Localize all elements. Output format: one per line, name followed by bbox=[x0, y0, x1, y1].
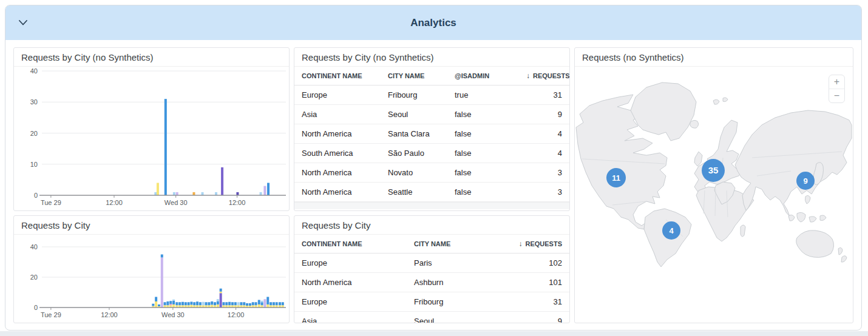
column-header-continent[interactable]: CONTINENT NAME bbox=[294, 67, 381, 86]
svg-text:40: 40 bbox=[30, 67, 38, 75]
requests-table: CONTINENT NAME CITY NAME ↓REQUESTS Europ… bbox=[294, 235, 569, 323]
column-header-city[interactable]: CITY NAME bbox=[407, 235, 498, 254]
table-row[interactable]: Asia Seoul false 9 bbox=[294, 105, 569, 124]
chevron-down-icon[interactable] bbox=[16, 16, 30, 30]
column-header-requests-sorted[interactable]: ↓REQUESTS bbox=[498, 235, 569, 254]
svg-text:0: 0 bbox=[34, 192, 38, 199]
svg-text:Tue 29: Tue 29 bbox=[41, 311, 61, 318]
table-row[interactable]: Europe Fribourg 31 bbox=[294, 292, 569, 312]
requests-table-no-synthetics: CONTINENT NAME CITY NAME @ISADMIN ↓REQUE… bbox=[294, 67, 569, 202]
svg-text:10: 10 bbox=[30, 161, 38, 168]
svg-text:Wed 30: Wed 30 bbox=[164, 199, 188, 206]
page-title: Analytics bbox=[5, 17, 861, 29]
dashboard-grid: Requests by City (no Synthetics) 0102030… bbox=[5, 40, 861, 331]
table-row[interactable]: South America São Paulo false 4 bbox=[294, 144, 569, 163]
map-bubble[interactable]: 4 bbox=[662, 221, 680, 240]
table-scroll-hint bbox=[294, 202, 569, 209]
panel-chart-requests-by-city-no-synthetics: Requests by City (no Synthetics) 0102030… bbox=[13, 47, 290, 211]
world-map-canvas[interactable]: 113594 bbox=[575, 67, 853, 321]
svg-text:12:00: 12:00 bbox=[229, 199, 246, 206]
svg-text:11: 11 bbox=[612, 173, 620, 183]
map-bubble[interactable]: 9 bbox=[796, 172, 815, 190]
svg-text:0: 0 bbox=[34, 304, 38, 311]
svg-text:35: 35 bbox=[708, 165, 719, 175]
table-header-row: CONTINENT NAME CITY NAME @ISADMIN ↓REQUE… bbox=[294, 67, 569, 86]
table-row[interactable]: North America Novato false 3 bbox=[294, 163, 569, 183]
table-row[interactable]: North America Seattle false 3 bbox=[294, 183, 569, 202]
svg-text:30: 30 bbox=[30, 98, 38, 106]
panel-chart-requests-by-city: Requests by City 02040Tue 2912:00Wed 301… bbox=[13, 215, 290, 323]
panel-title: Requests by City bbox=[14, 216, 289, 235]
svg-text:Tue 29: Tue 29 bbox=[41, 199, 61, 206]
zoom-in-button[interactable]: + bbox=[829, 75, 844, 89]
svg-text:Wed 30: Wed 30 bbox=[161, 311, 185, 318]
panel-title: Requests by City (no Synthetics) bbox=[14, 48, 289, 67]
world-map[interactable]: + − bbox=[575, 67, 853, 321]
sort-desc-icon: ↓ bbox=[526, 72, 530, 80]
panel-table-requests-by-city-no-synthetics: Requests by City (no Synthetics) CONTINE… bbox=[294, 47, 570, 211]
panel-title: Requests by City (no Synthetics) bbox=[294, 48, 569, 67]
svg-text:4: 4 bbox=[669, 226, 674, 235]
column-header-continent[interactable]: CONTINENT NAME bbox=[294, 235, 407, 254]
svg-text:40: 40 bbox=[30, 243, 38, 250]
svg-text:9: 9 bbox=[803, 176, 807, 186]
bar-chart-no-synthetics[interactable]: 010203040Tue 2912:00Wed 3012:00 bbox=[14, 67, 289, 210]
panel-title: Requests by City bbox=[294, 216, 569, 235]
zoom-out-button[interactable]: − bbox=[829, 89, 844, 102]
svg-text:12:00: 12:00 bbox=[106, 199, 123, 206]
table-row[interactable]: Asia Seoul 9 bbox=[294, 312, 569, 324]
table-row[interactable]: Europe Fribourg true 31 bbox=[294, 86, 569, 105]
column-header-city[interactable]: CITY NAME bbox=[381, 67, 447, 86]
svg-text:12:00: 12:00 bbox=[101, 311, 118, 318]
svg-text:20: 20 bbox=[30, 130, 38, 137]
svg-text:12:00: 12:00 bbox=[228, 311, 245, 318]
sort-desc-icon: ↓ bbox=[518, 240, 522, 248]
analytics-widget: Analytics Requests by City (no Synthetic… bbox=[5, 5, 862, 331]
bar-chart-requests-by-city[interactable]: 02040Tue 2912:00Wed 3012:00 bbox=[14, 235, 289, 322]
page-background-strip bbox=[0, 331, 868, 336]
map-bubble[interactable]: 35 bbox=[702, 159, 725, 182]
table-row[interactable]: Europe Paris 102 bbox=[294, 254, 569, 273]
panel-map-requests-no-synthetics: Requests (no Synthetics) + − bbox=[574, 47, 853, 323]
map-zoom-control: + − bbox=[829, 75, 845, 103]
column-header-isadmin[interactable]: @ISADMIN bbox=[447, 67, 519, 86]
table-row[interactable]: North America Santa Clara false 4 bbox=[294, 124, 569, 144]
column-header-requests-sorted[interactable]: ↓REQUESTS bbox=[519, 67, 569, 86]
map-bubble[interactable]: 11 bbox=[606, 168, 626, 187]
panel-title: Requests (no Synthetics) bbox=[575, 48, 853, 67]
table-row[interactable]: North America Ashburn 101 bbox=[294, 273, 569, 292]
panel-table-requests-by-city: Requests by City CONTINENT NAME CITY NAM… bbox=[294, 215, 570, 323]
svg-text:20: 20 bbox=[30, 274, 38, 281]
analytics-header: Analytics bbox=[5, 5, 861, 40]
table-header-row: CONTINENT NAME CITY NAME ↓REQUESTS bbox=[294, 235, 569, 254]
